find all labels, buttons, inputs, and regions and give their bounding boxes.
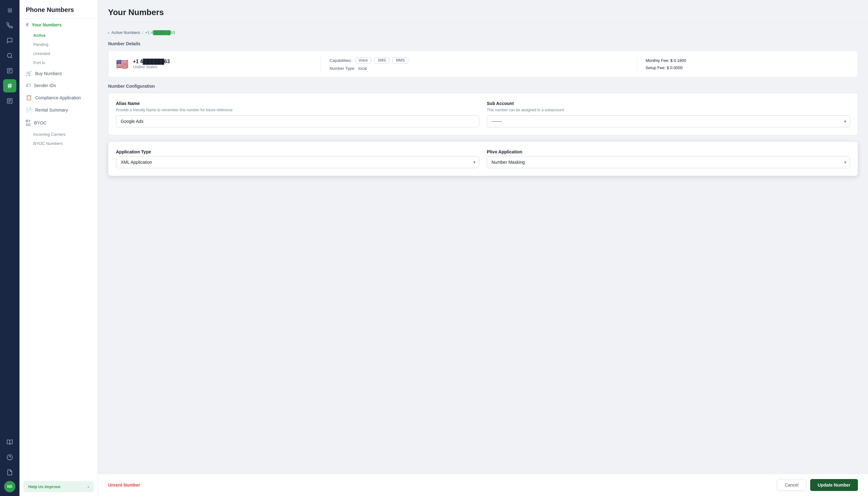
sidebar-sub-incoming-carriers[interactable]: Incoming Carriers — [19, 130, 98, 139]
alias-col: Alias Name Provide a friendly Name to re… — [116, 101, 479, 127]
page-footer: Unrent Number Cancel Update Number — [98, 474, 868, 496]
number-type-row: Number Type: local — [330, 66, 636, 71]
app-type-panel: Application Type XML Application PHLO Ap… — [108, 141, 858, 176]
sidebar-item-your-numbers[interactable]: # Your Numbers — [19, 19, 98, 31]
number-text: +1 4██████63 United States — [133, 59, 170, 69]
breadcrumb-separator: / — [142, 30, 143, 35]
config-row: Alias Name Provide a friendly Name to re… — [116, 101, 850, 127]
icon-sidebar: ⊞ NS — [0, 0, 19, 496]
byoc-icon: BYOC — [26, 119, 31, 127]
list-icon[interactable] — [3, 94, 16, 108]
buy-numbers-icon: 🛒 — [26, 71, 32, 76]
sidebar-sub-byoc-numbers[interactable]: BYOC Numbers — [19, 139, 98, 148]
app-type-label: Application Type — [116, 149, 479, 154]
back-arrow-icon[interactable]: ‹ — [108, 30, 109, 35]
number-details-row: 🇺🇸 +1 4██████63 United States Capabiliti… — [116, 57, 850, 71]
buy-numbers-label: Buy Numbers — [35, 71, 62, 76]
number-type-value: local — [358, 66, 367, 71]
sender-ids-icon: 🏷 — [26, 83, 31, 88]
voice-badge: Voice — [355, 57, 371, 63]
app-type-row: Application Type XML Application PHLO Ap… — [116, 149, 850, 168]
sidebar-item-rental-summary[interactable]: 📄 Rental Summary — [19, 104, 98, 116]
sidebar-sub-pending[interactable]: Pending — [19, 40, 98, 49]
monthly-fee: Monthly Fee: $ 0.1800 — [646, 58, 850, 63]
number-config-label: Number Configuration — [108, 83, 858, 89]
phone-number: +1 4██████63 — [133, 59, 170, 64]
app-type-select-wrapper: XML Application PHLO Application — [116, 156, 479, 168]
doc-icon[interactable] — [3, 466, 16, 479]
rental-icon: 📄 — [26, 107, 32, 113]
number-details-label: Number Details — [108, 41, 858, 46]
number-info: 🇺🇸 +1 4██████63 United States — [116, 59, 320, 69]
plivo-app-col: Plivo Application Number Masking Voice A… — [487, 149, 850, 168]
avatar[interactable]: NS — [4, 481, 15, 492]
page-title: Your Numbers — [108, 7, 858, 17]
sidebar-sub-unrented[interactable]: Unrented — [19, 49, 98, 58]
unrent-number-button[interactable]: Unrent Number — [108, 482, 140, 487]
nav-sidebar: Phone Numbers # Your Numbers Active Pend… — [19, 0, 98, 496]
fees-section: Monthly Fee: $ 0.1800 Setup Fee: $ 0.000… — [636, 58, 850, 70]
app-type-col: Application Type XML Application PHLO Ap… — [116, 149, 479, 168]
svg-line-4 — [9, 83, 10, 88]
sip-icon[interactable] — [3, 64, 16, 77]
svg-line-5 — [10, 83, 11, 88]
sub-account-select-wrapper: ------- — [487, 115, 850, 127]
country-label: United States — [133, 64, 170, 69]
plivo-app-label: Plivo Application — [487, 149, 850, 154]
hash-icon[interactable] — [3, 79, 16, 92]
sub-account-select[interactable]: ------- — [487, 115, 850, 127]
sidebar-sub-active[interactable]: Active — [19, 31, 98, 40]
chat-icon[interactable] — [3, 34, 16, 47]
sub-account-hint: This number can be assigned to a subacco… — [487, 108, 850, 112]
plivo-app-select-wrapper: Number Masking Voice Application — [487, 156, 850, 168]
mms-badge: MMS — [393, 57, 408, 63]
alias-input[interactable] — [116, 115, 479, 127]
grid-icon[interactable]: ⊞ — [3, 4, 16, 17]
number-type-label: Number Type: — [330, 66, 355, 71]
help-us-improve-button[interactable]: Help Us Improve › — [23, 481, 94, 492]
search-icon[interactable] — [3, 49, 16, 62]
breadcrumb-active-numbers[interactable]: Active Numbers — [111, 30, 140, 35]
cancel-button[interactable]: Cancel — [777, 479, 806, 491]
sidebar-item-sender-ids[interactable]: 🏷 Sender IDs — [19, 79, 98, 92]
capabilities-row: Capabilities: Voice SMS MMS — [330, 57, 636, 63]
your-numbers-label: Your Numbers — [32, 22, 62, 27]
plivo-app-select[interactable]: Number Masking Voice Application — [487, 156, 850, 168]
phone-icon[interactable] — [3, 19, 16, 32]
sidebar-sub-port-in[interactable]: Port In — [19, 58, 98, 67]
breadcrumb: ‹ Active Numbers / +1 4██████63 — [108, 30, 858, 35]
setup-fee: Setup Fee: $ 0.0000 — [646, 65, 850, 70]
footer-actions: Cancel Update Number — [777, 479, 858, 491]
sidebar-item-byoc[interactable]: BYOC BYOC — [19, 116, 98, 130]
number-details-card: 🇺🇸 +1 4██████63 United States Capabiliti… — [108, 51, 858, 77]
help-arrow-icon: › — [88, 484, 89, 489]
number-config-card: Alias Name Provide a friendly Name to re… — [108, 93, 858, 135]
svg-point-0 — [7, 53, 12, 58]
main-content: Your Numbers ‹ Active Numbers / +1 4████… — [98, 0, 868, 496]
sidebar-item-buy-numbers[interactable]: 🛒 Buy Numbers — [19, 67, 98, 79]
compliance-icon: 📋 — [26, 95, 32, 100]
app-type-select[interactable]: XML Application PHLO Application — [116, 156, 479, 168]
capabilities-label: Capabilities: — [330, 58, 352, 63]
byoc-label: BYOC — [34, 120, 47, 125]
content-area: ‹ Active Numbers / +1 4██████63 Number D… — [98, 22, 868, 474]
page-header: Your Numbers — [98, 0, 868, 22]
sub-account-col: Sub Account This number can be assigned … — [487, 101, 850, 127]
sms-badge: SMS — [374, 57, 389, 63]
breadcrumb-number: +1 4██████63 — [145, 30, 175, 35]
sidebar-title: Phone Numbers — [19, 0, 98, 19]
book-icon[interactable] — [3, 436, 16, 449]
sender-ids-label: Sender IDs — [34, 83, 56, 88]
capabilities-section: Capabilities: Voice SMS MMS Number Type:… — [320, 57, 636, 71]
flag-icon: 🇺🇸 — [116, 59, 128, 69]
alias-hint: Provide a friendly Name to remember this… — [116, 108, 479, 112]
compliance-label: Compliance Application — [35, 95, 81, 100]
sidebar-item-compliance[interactable]: 📋 Compliance Application — [19, 92, 98, 104]
update-number-button[interactable]: Update Number — [810, 479, 858, 491]
rental-summary-label: Rental Summary — [35, 108, 68, 112]
help-label: Help Us Improve — [28, 484, 61, 489]
alias-label: Alias Name — [116, 101, 479, 106]
sub-account-label: Sub Account — [487, 101, 850, 106]
your-numbers-icon: # — [26, 22, 29, 28]
help-circle-icon[interactable] — [3, 451, 16, 464]
